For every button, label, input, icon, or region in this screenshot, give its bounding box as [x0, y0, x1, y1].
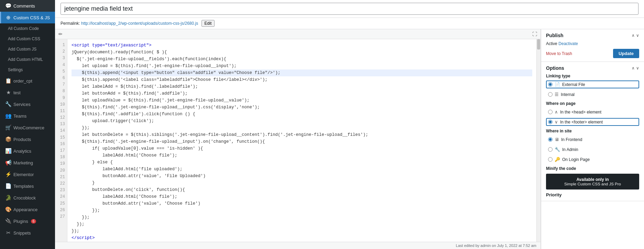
last-edited-text: Last edited by admin on July 1, 2022 at … — [456, 243, 536, 248]
marketing-icon: 📢 — [5, 160, 11, 166]
linking-type-label: Linking type — [546, 74, 639, 78]
sidebar-item-woocommerce[interactable]: 🛒 WooCommerce — [0, 122, 55, 133]
editor-footer: Last edited by admin on July 1, 2022 at … — [55, 242, 541, 249]
top-bar — [55, 0, 644, 18]
right-panel: Publish ∧ ∨ Active Deactivate Move to Tr… — [541, 29, 644, 249]
sidebar-item-templates[interactable]: 📄 Templates — [0, 180, 55, 192]
sidebar-item-settings[interactable]: Settings — [0, 65, 55, 75]
code-editor-container: ✏ ⛶ 123456789101112131415161718192021222… — [55, 29, 541, 249]
where-in-site-label: Where in site — [546, 129, 639, 133]
login-icon: 🔑 — [555, 157, 560, 162]
external-file-icon: 📄 — [555, 82, 560, 87]
order-cpt-icon: 📋 — [5, 78, 11, 84]
pencil-icon: ✏ — [58, 31, 63, 37]
plugins-icon: 🔌 — [5, 218, 11, 224]
publish-title: Publish — [546, 33, 564, 38]
radio-footer[interactable]: ∨ In the <footer> element — [546, 118, 639, 126]
publish-header: Publish ∧ ∨ — [546, 33, 639, 38]
radio-head[interactable]: ∧ In the <head> element — [546, 108, 639, 116]
code-area[interactable]: 1234567891011121314151617181920212223242… — [55, 39, 541, 242]
login-label: On Login Page — [562, 157, 590, 162]
sidebar-item-products[interactable]: 📦 Products — [0, 133, 55, 145]
sidebar-item-order-cpt[interactable]: 📋 order_cpt — [0, 75, 55, 87]
comments-icon: 💬 — [5, 3, 11, 9]
sidebar-item-appearance[interactable]: 🎨 Appearance — [0, 204, 55, 215]
admin-label: In Admin — [562, 147, 578, 152]
sidebar-item-test[interactable]: ★ test — [0, 87, 55, 98]
sidebar-item-elementor[interactable]: ⚡ Elementor — [0, 169, 55, 180]
scroll-track[interactable] — [536, 39, 541, 242]
radio-admin-input[interactable] — [548, 147, 553, 152]
footer-label: In the <footer> element — [560, 120, 603, 124]
minify-promo: Available only in Simple Custom CSS and … — [546, 174, 639, 190]
sidebar-item-plugins[interactable]: 🔌 Plugins 6 — [0, 215, 55, 227]
sidebar-item-add-custom-css[interactable]: Add Custom CSS — [0, 34, 55, 44]
snippets-icon: ✂ — [5, 230, 11, 236]
post-title-input[interactable] — [61, 3, 638, 15]
head-label: In the <head> element — [560, 110, 601, 115]
line-numbers: 1234567891011121314151617181920212223242… — [55, 39, 67, 242]
permalink-edit-button[interactable]: Edit — [201, 20, 215, 27]
deactivate-link[interactable]: Deactivate — [558, 41, 578, 46]
analytics-icon: 📊 — [5, 148, 11, 154]
code-content[interactable]: <script type="text/javascript">jQuery(do… — [67, 39, 536, 242]
minify-label: Minify the code — [546, 166, 639, 171]
active-label: Active — [546, 41, 557, 46]
options-header: Options ∧ ∨ — [546, 65, 639, 71]
radio-frontend-input[interactable] — [548, 137, 553, 142]
options-section: Options ∧ ∨ Linking type 📄 External File… — [541, 62, 644, 201]
external-file-label: External File — [562, 82, 585, 87]
permalink-label: Permalink: — [61, 21, 80, 26]
permalink-link[interactable]: http://localhost/app_2/wp-content/upload… — [81, 21, 198, 26]
internal-label: Internal — [561, 92, 575, 97]
priority-label: Priority — [546, 192, 639, 197]
options-title: Options — [546, 65, 564, 71]
radio-internal[interactable]: ☰ Internal — [546, 90, 639, 98]
publish-collapse-arrows[interactable]: ∧ ∨ — [632, 33, 639, 38]
radio-external-file[interactable]: 📄 External File — [546, 80, 639, 88]
services-icon: 🔧 — [5, 101, 11, 107]
products-icon: 📦 — [5, 136, 11, 142]
head-icon: ∧ — [555, 109, 558, 115]
publish-actions: Active Deactivate — [546, 41, 639, 46]
sidebar-item-add-custom-html[interactable]: Add Custom HTML — [0, 54, 55, 65]
radio-internal-input[interactable] — [548, 92, 553, 97]
sidebar-item-add-custom-js[interactable]: Add Custom JS — [0, 44, 55, 54]
publish-section: Publish ∧ ∨ Active Deactivate Move to Tr… — [541, 29, 644, 62]
sidebar-item-comments[interactable]: 💬 Comments — [0, 0, 55, 12]
radio-login-input[interactable] — [548, 157, 553, 162]
radio-admin[interactable]: 🔧 In Admin — [546, 145, 639, 153]
radio-footer-input[interactable] — [548, 120, 553, 124]
expand-icon[interactable]: ⛶ — [532, 31, 537, 37]
internal-icon: ☰ — [555, 92, 559, 97]
move-to-trash-link[interactable]: Move to Trash — [546, 51, 572, 56]
radio-frontend[interactable]: 🖥 In Frontend — [546, 136, 639, 143]
update-button[interactable]: Update — [613, 49, 639, 58]
footer-icon: ∨ — [555, 119, 558, 124]
woocommerce-icon: 🛒 — [5, 124, 11, 131]
radio-head-input[interactable] — [548, 110, 553, 114]
scroll-thumb — [537, 39, 540, 50]
frontend-label: In Frontend — [561, 137, 582, 142]
sidebar-item-services[interactable]: 🔧 Services — [0, 98, 55, 110]
sidebar-item-custom-css-js[interactable]: ⊕ Custom CSS & JS — [0, 12, 55, 23]
appearance-icon: 🎨 — [5, 206, 11, 213]
sidebar-item-all-custom-code[interactable]: All Custom Code — [0, 23, 55, 34]
sidebar: 💬 Comments ⊕ Custom CSS & JS All Custom … — [0, 0, 55, 249]
radio-login[interactable]: 🔑 On Login Page — [546, 155, 639, 163]
where-on-page-label: Where on page — [546, 101, 639, 106]
options-collapse-arrows[interactable]: ∧ ∨ — [632, 66, 639, 71]
editor-toolbar: ✏ ⛶ — [55, 29, 541, 39]
elementor-icon: ⚡ — [5, 171, 11, 177]
plugins-badge: 6 — [31, 219, 36, 224]
sidebar-item-analytics[interactable]: 📊 Analytics — [0, 145, 55, 157]
sidebar-item-marketing[interactable]: 📢 Marketing — [0, 157, 55, 169]
teams-icon: 👥 — [5, 113, 11, 119]
sidebar-item-teams[interactable]: 👥 Teams — [0, 110, 55, 122]
sidebar-item-crocoblock[interactable]: 🐊 Crocoblock — [0, 192, 55, 204]
sidebar-item-snippets[interactable]: ✂ Snippets — [0, 227, 55, 239]
crocoblock-icon: 🐊 — [5, 195, 11, 201]
main-content: Permalink: http://localhost/app_2/wp-con… — [55, 0, 644, 249]
radio-external-file-input[interactable] — [548, 82, 553, 87]
test-icon: ★ — [5, 89, 11, 96]
